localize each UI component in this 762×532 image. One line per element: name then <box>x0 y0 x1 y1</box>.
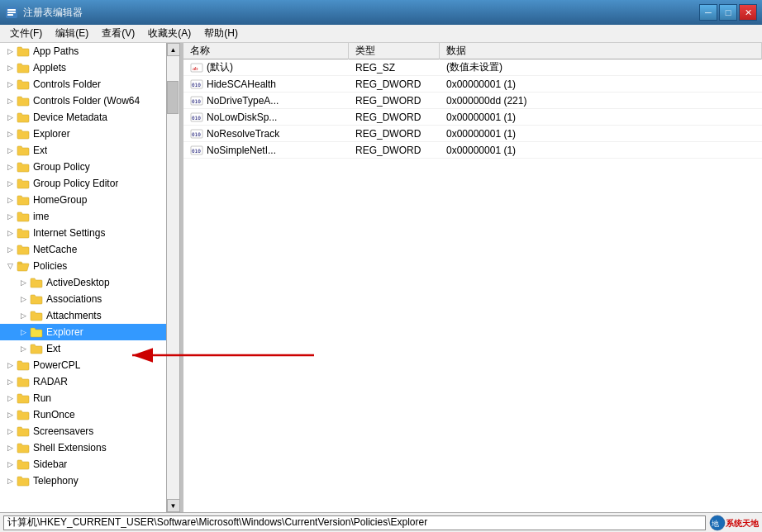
tree-item-ext-sub[interactable]: ▷ Ext <box>0 340 166 357</box>
col-header-name[interactable]: 名称 <box>183 43 349 59</box>
tree-label-internet-settings: Internet Settings <box>33 227 105 239</box>
tree-label-group-policy-editor: Group Policy Editor <box>33 178 118 189</box>
expand-icon-policies: ▽ <box>3 259 17 273</box>
tree-item-radar[interactable]: ▷ RADAR <box>0 373 166 390</box>
expand-icon: ▷ <box>3 226 17 240</box>
expand-icon: ▷ <box>3 408 17 421</box>
tree-item-screensavers[interactable]: ▷ Screensavers <box>0 423 166 439</box>
cell-data-hidescahealth: 0x00000001 (1) <box>440 77 762 92</box>
table-header: 名称 类型 数据 <box>183 43 762 59</box>
cell-type-nodrivetypea: REG_DWORD <box>349 93 440 108</box>
scroll-down-btn[interactable]: ▼ <box>167 499 180 512</box>
expand-icon: ▷ <box>17 276 30 289</box>
tree-label-policies: Policies <box>33 260 67 272</box>
tree-item-sidebar[interactable]: ▷ Sidebar <box>0 456 166 473</box>
tree-label-controls-folder: Controls Folder <box>33 78 101 90</box>
tree-item-ext[interactable]: ▷ Ext <box>0 142 166 159</box>
tree-label-powercpl: PowerCPL <box>33 359 80 371</box>
maximize-button[interactable]: □ <box>719 4 737 21</box>
svg-text:地: 地 <box>711 520 719 528</box>
tree-scrollbar[interactable]: ▲ ▼ <box>166 43 179 512</box>
tree-label-active-desktop: ActiveDesktop <box>46 277 110 288</box>
col-header-type[interactable]: 类型 <box>349 43 440 59</box>
tree-item-powercpl[interactable]: ▷ PowerCPL <box>0 357 166 373</box>
tree-label-explorer-selected: Explorer <box>46 326 83 338</box>
expand-icon: ▷ <box>3 177 17 190</box>
tree-item-device-metadata[interactable]: ▷ Device Metadata <box>0 109 166 126</box>
cell-data-nolowdisksp: 0x00000001 (1) <box>440 110 762 125</box>
scroll-thumb[interactable] <box>167 81 179 114</box>
expand-icon: ▷ <box>3 127 17 140</box>
tree-label-ime: ime <box>33 211 49 222</box>
table-row[interactable]: ab (默认) REG_SZ (数值未设置) <box>183 59 762 76</box>
tree-item-runonce[interactable]: ▷ RunOnce <box>0 406 166 423</box>
cell-type-noresolvetrack: REG_DWORD <box>349 126 440 141</box>
col-header-data[interactable]: 数据 <box>440 43 762 59</box>
folder-icon <box>30 310 43 321</box>
cell-name-hidescahealth: 010 HideSCAHealth <box>183 77 349 92</box>
svg-text:系统天地: 系统天地 <box>726 519 759 528</box>
svg-text:010: 010 <box>192 98 201 104</box>
tree-panel[interactable]: ▷ App Paths ▷ Applets ▷ Contr <box>0 43 180 512</box>
expand-icon: ▷ <box>3 375 17 388</box>
tree-item-netcache[interactable]: ▷ NetCache <box>0 241 166 258</box>
menu-edit[interactable]: 编辑(E) <box>49 25 95 42</box>
expand-icon: ▷ <box>17 292 30 306</box>
tree-item-active-desktop[interactable]: ▷ ActiveDesktop <box>0 274 166 291</box>
minimize-button[interactable]: ─ <box>699 4 717 21</box>
tree-item-policies[interactable]: ▽ Policies <box>0 258 166 274</box>
tree-item-shell-extensions[interactable]: ▷ Shell Extensions <box>0 439 166 456</box>
cell-data-nosimplenetl: 0x00000001 (1) <box>440 143 762 158</box>
tree-item-run[interactable]: ▷ Run <box>0 390 166 406</box>
scroll-up-btn[interactable]: ▲ <box>167 43 180 56</box>
tree-item-explorer[interactable]: ▷ Explorer <box>0 126 166 142</box>
tree-item-internet-settings[interactable]: ▷ Internet Settings <box>0 225 166 241</box>
table-row[interactable]: 010 HideSCAHealth REG_DWORD 0x00000001 (… <box>183 76 762 93</box>
folder-icon <box>17 45 30 57</box>
tree-item-ime[interactable]: ▷ ime <box>0 208 166 225</box>
close-button[interactable]: ✕ <box>739 4 757 21</box>
expand-icon: ▷ <box>3 359 17 372</box>
folder-icon <box>30 293 43 305</box>
tree-item-controls-folder[interactable]: ▷ Controls Folder <box>0 76 166 93</box>
tree-item-associations[interactable]: ▷ Associations <box>0 291 166 307</box>
right-panel: 名称 类型 数据 ab (默认) REG_SZ (数值未设置) <box>183 43 762 512</box>
tree-item-homegroup[interactable]: ▷ HomeGroup <box>0 192 166 208</box>
tree-item-explorer-selected[interactable]: ▷ Explorer <box>0 324 166 340</box>
menu-favorites[interactable]: 收藏夹(A) <box>141 25 198 42</box>
cell-name-nosimplenetl: 010 NoSimpleNetI... <box>183 143 349 158</box>
tree-label-shell-extensions: Shell Extensions <box>33 442 107 454</box>
menu-view[interactable]: 查看(V) <box>95 25 141 42</box>
folder-icon <box>17 178 30 189</box>
tree-item-group-policy[interactable]: ▷ Group Policy <box>0 159 166 175</box>
table-row[interactable]: 010 NoDriveTypeA... REG_DWORD 0x000000dd… <box>183 93 762 109</box>
tree-item-group-policy-editor[interactable]: ▷ Group Policy Editor <box>0 175 166 192</box>
tree-label-ext: Ext <box>33 145 47 156</box>
main-content: ▷ App Paths ▷ Applets ▷ Contr <box>0 43 762 512</box>
folder-icon <box>17 112 30 123</box>
tree-item-telephony[interactable]: ▷ Telephony <box>0 473 166 489</box>
tree-item-controls-folder-wow64[interactable]: ▷ Controls Folder (Wow64 <box>0 93 166 109</box>
folder-icon <box>30 277 43 288</box>
tree-item-app-paths[interactable]: ▷ App Paths <box>0 43 166 59</box>
menu-help[interactable]: 帮助(H) <box>198 25 245 42</box>
expand-icon: ▷ <box>3 193 17 207</box>
title-bar-left: 注册表编辑器 <box>5 6 83 20</box>
tree-label-screensavers: Screensavers <box>33 425 93 437</box>
table-row[interactable]: 010 NoLowDiskSp... REG_DWORD 0x00000001 … <box>183 109 762 126</box>
folder-icon-selected <box>30 326 43 338</box>
tree-label-app-paths: App Paths <box>33 45 79 57</box>
cell-name-nodrivetypea: 010 NoDriveTypeA... <box>183 93 349 108</box>
tree-label-associations: Associations <box>46 293 102 305</box>
menu-file[interactable]: 文件(F) <box>3 25 49 42</box>
table-body: ab (默认) REG_SZ (数值未设置) 010 HideSCAHealth… <box>183 59 762 512</box>
table-row[interactable]: 010 NoSimpleNetI... REG_DWORD 0x00000001… <box>183 142 762 159</box>
expand-icon: ▷ <box>3 144 17 157</box>
table-row[interactable]: 010 NoResolveTrack REG_DWORD 0x00000001 … <box>183 126 762 142</box>
window-title: 注册表编辑器 <box>23 6 83 20</box>
tree-label-controls-wow64: Controls Folder (Wow64 <box>33 95 140 107</box>
tree-item-applets[interactable]: ▷ Applets <box>0 59 166 76</box>
tree-item-attachments[interactable]: ▷ Attachments <box>0 307 166 324</box>
tree-label-homegroup: HomeGroup <box>33 194 87 206</box>
folder-icon <box>17 128 30 140</box>
